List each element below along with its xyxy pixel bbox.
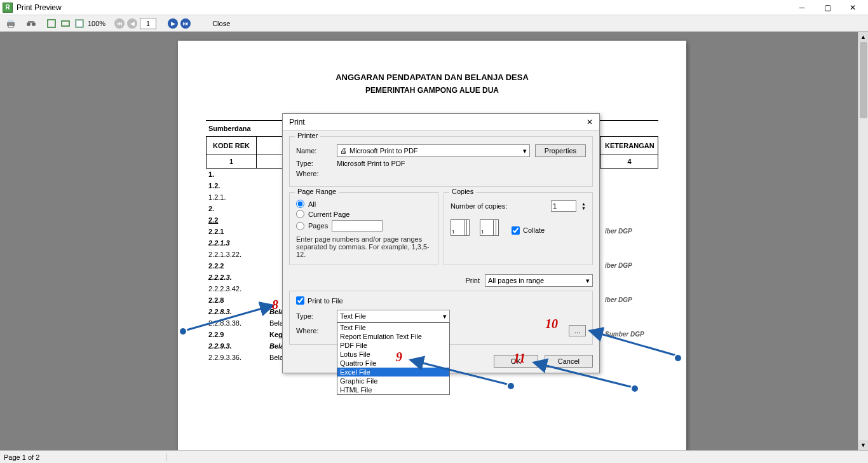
print-to-file-section: Print to File Type: Text File▾ Text File… (289, 291, 593, 345)
zoom-page-width-icon[interactable] (60, 18, 71, 29)
printer-type-value: Microsoft Print to PDF (337, 160, 405, 167)
binoculars-icon[interactable] (25, 18, 37, 29)
copies-legend: Copies (449, 188, 476, 195)
zoom-value[interactable]: 100% (88, 20, 105, 27)
annotation-dot (179, 327, 187, 336)
svg-rect-2 (8, 25, 13, 27)
file-type-option[interactable]: PDF File (337, 341, 449, 350)
printer-legend: Printer (295, 132, 320, 139)
range-pages-input[interactable] (332, 220, 383, 232)
annotation-dot (630, 384, 639, 393)
col-kode-header: KODE REK (206, 137, 257, 155)
collate-checkbox[interactable] (512, 226, 520, 235)
print-to-file-checkbox[interactable] (296, 296, 304, 305)
scroll-thumb[interactable] (860, 42, 867, 118)
collate-icon: 321 321 (451, 219, 503, 241)
page-number-input[interactable] (140, 18, 156, 29)
col-ket-header: KETERANGAN (601, 137, 658, 155)
scroll-up-button[interactable]: ▲ (858, 32, 868, 42)
doc-subtitle: PEMERINTAH GAMPONG ALUE DUA (206, 86, 658, 95)
file-type-option[interactable]: Lotus File (337, 350, 449, 359)
print-icon[interactable] (5, 18, 17, 29)
printer-type-label: Type: (296, 160, 332, 167)
printer-name-select[interactable]: 🖨Microsoft Print to PDF ▾ (337, 144, 530, 157)
last-page-button[interactable]: ⏭ (180, 18, 191, 29)
range-all-radio[interactable] (296, 200, 304, 208)
dialog-title: Print (289, 118, 305, 127)
ok-button[interactable]: OK (494, 355, 538, 368)
print-dialog: Print ✕ Printer Name: 🖨Microsoft Print t… (282, 113, 600, 373)
file-type-label: Type: (296, 312, 332, 320)
browse-file-button[interactable]: ... (569, 325, 586, 336)
first-page-button[interactable]: ⏮ (114, 18, 125, 29)
file-type-dropdown-list[interactable]: Text FileReport Emulation Text FilePDF F… (337, 322, 450, 395)
num-1: 1 (206, 155, 257, 168)
app-icon: R (3, 3, 13, 13)
file-type-option[interactable]: Graphic File (337, 377, 449, 385)
file-type-select[interactable]: Text File▾ (337, 310, 450, 322)
window-controls: ─ ▢ ✕ (789, 0, 865, 15)
annotation-dot (674, 354, 682, 363)
svg-rect-9 (77, 21, 82, 26)
copies-down[interactable]: ▼ (581, 206, 586, 211)
file-type-option[interactable]: Quattro File (337, 359, 449, 368)
range-pages-radio[interactable] (296, 222, 304, 230)
copies-input[interactable] (551, 200, 576, 212)
annotation-dot (506, 382, 515, 390)
num-4: 4 (601, 155, 658, 168)
doc-title: ANGGARAN PENDAPATAN DAN BELANJA DESA (206, 73, 658, 82)
prev-page-button[interactable]: ◀ (127, 18, 137, 29)
zoom-100-icon[interactable] (74, 18, 85, 29)
zoom-whole-page-icon[interactable] (46, 18, 57, 29)
print-select-label: Print (465, 277, 480, 284)
dialog-titlebar: Print ✕ (283, 114, 599, 131)
maximize-button[interactable]: ▢ (815, 0, 840, 15)
toolbar: 100% ⏮ ◀ ▶ ⏭ Close (0, 15, 868, 32)
printer-where-label: Where: (296, 170, 332, 177)
page-range-fieldset: Page Range All Current Page Pages Enter … (289, 192, 438, 265)
file-type-option[interactable]: Excel File (337, 368, 449, 377)
file-type-option[interactable]: Report Emulation Text File (337, 332, 449, 341)
window-title: Print Preview (17, 3, 789, 12)
svg-rect-1 (8, 20, 13, 22)
copies-up[interactable]: ▲ (581, 202, 586, 206)
file-type-option[interactable]: HTML File (337, 385, 449, 394)
printer-icon: 🖨 (340, 147, 347, 155)
svg-rect-7 (62, 21, 69, 26)
copies-fieldset: Copies Number of copies: ▲▼ 321 321 Coll… (444, 192, 593, 265)
vertical-scrollbar[interactable]: ▲ ▼ (858, 32, 868, 450)
cancel-button[interactable]: Cancel (545, 355, 593, 368)
close-window-button[interactable]: ✕ (840, 0, 865, 15)
status-page: Page 1 of 2 (4, 453, 167, 461)
svg-rect-6 (48, 20, 55, 27)
printer-name-label: Name: (296, 147, 332, 155)
titlebar: R Print Preview ─ ▢ ✕ (0, 0, 868, 15)
page-range-legend: Page Range (295, 188, 339, 195)
statusbar: Page 1 of 2 (0, 450, 868, 463)
dialog-close-icon[interactable]: ✕ (587, 118, 593, 127)
scroll-down-button[interactable]: ▼ (858, 440, 868, 450)
print-select[interactable]: All pages in range▾ (485, 274, 593, 287)
svg-rect-5 (28, 21, 34, 23)
minimize-button[interactable]: ─ (789, 0, 815, 15)
close-button[interactable]: Close (212, 20, 230, 27)
next-page-button[interactable]: ▶ (168, 18, 178, 29)
properties-button[interactable]: Properties (535, 144, 586, 157)
printer-fieldset: Printer Name: 🖨Microsoft Print to PDF ▾ … (289, 136, 593, 187)
range-current-radio[interactable] (296, 210, 304, 218)
file-type-option[interactable]: Text File (337, 323, 449, 332)
copies-label: Number of copies: (451, 202, 507, 210)
range-hint: Enter page numbers and/or page ranges se… (296, 235, 431, 258)
file-where-label: Where: (296, 327, 332, 335)
